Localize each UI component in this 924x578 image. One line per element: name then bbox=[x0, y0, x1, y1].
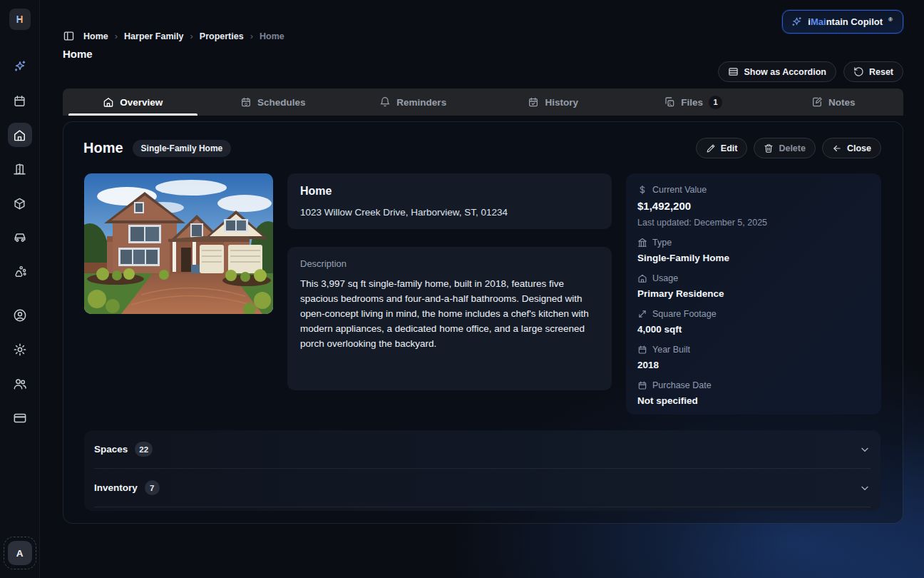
sidebar-nav-secondary bbox=[8, 303, 32, 430]
property-name: Home bbox=[300, 185, 599, 198]
bell-icon bbox=[379, 96, 391, 108]
calendar-icon bbox=[13, 94, 26, 108]
close-label: Close bbox=[847, 143, 871, 153]
reset-button[interactable]: Reset bbox=[843, 61, 903, 82]
tab-label: Files bbox=[681, 97, 703, 108]
tab-overview[interactable]: Overview bbox=[63, 88, 203, 116]
detail-value: 2018 bbox=[637, 360, 870, 370]
expand-diagonal-icon bbox=[637, 309, 647, 319]
breadcrumb-properties[interactable]: Properties bbox=[200, 31, 244, 41]
tab-label: Reminders bbox=[396, 97, 446, 108]
inventory-count-badge: 7 bbox=[145, 480, 160, 495]
detail-label-text: Current Value bbox=[652, 185, 707, 195]
breadcrumb: Home › Harper Family › Properties › Home bbox=[63, 30, 284, 42]
detail-label-text: Usage bbox=[652, 273, 678, 283]
spaces-count-badge: 22 bbox=[135, 442, 153, 457]
tab-history[interactable]: History bbox=[483, 88, 624, 116]
detail-note: Last updated: December 5, 2025 bbox=[637, 218, 870, 228]
breadcrumb-family[interactable]: Harper Family bbox=[124, 31, 183, 41]
sidebar-item-rooms[interactable] bbox=[8, 157, 32, 181]
detail-year-built: Year Built 2018 bbox=[637, 345, 870, 370]
rows-icon bbox=[728, 66, 739, 77]
home-icon bbox=[103, 96, 114, 108]
breadcrumb-home[interactable]: Home bbox=[83, 31, 108, 41]
sidebar-item-members[interactable] bbox=[8, 372, 32, 396]
trash-icon bbox=[764, 143, 774, 153]
dollar-icon bbox=[637, 185, 647, 195]
detail-value: Not specified bbox=[637, 395, 870, 406]
detail-usage: Usage Primary Residence bbox=[637, 273, 870, 299]
chevron-down-icon bbox=[859, 444, 871, 455]
detail-purchase-date: Purchase Date Not specified bbox=[637, 380, 870, 406]
detail-label-text: Square Footage bbox=[652, 309, 717, 319]
property-type-badge: Single-Family Home bbox=[133, 140, 232, 157]
home-icon bbox=[637, 273, 647, 283]
tab-label: Schedules bbox=[257, 97, 306, 108]
delete-button[interactable]: Delete bbox=[754, 138, 816, 158]
tab-files[interactable]: Files 1 bbox=[623, 88, 764, 116]
panel-left-icon[interactable] bbox=[63, 30, 75, 42]
sidebar-item-profile[interactable] bbox=[8, 303, 32, 328]
property-info-column: Home 1023 Willow Creek Drive, Harborview… bbox=[287, 173, 612, 415]
registered-mark: ® bbox=[888, 16, 893, 23]
sidebar-item-calendar[interactable] bbox=[8, 88, 32, 113]
show-as-accordion-button[interactable]: Show as Accordion bbox=[718, 61, 836, 82]
users-icon bbox=[13, 377, 27, 391]
property-actions: Edit Delete Close bbox=[696, 138, 881, 158]
arrow-left-icon bbox=[832, 143, 842, 153]
inventory-label: Inventory bbox=[94, 482, 138, 493]
user-avatar-wrap: A bbox=[4, 537, 36, 569]
close-button[interactable]: Close bbox=[822, 138, 881, 158]
app-logo[interactable]: H bbox=[9, 9, 31, 30]
breadcrumb-separator: › bbox=[115, 31, 118, 41]
calendar-icon bbox=[637, 345, 647, 355]
property-name-card: Home 1023 Willow Creek Drive, Harborview… bbox=[287, 173, 612, 229]
credit-card-icon bbox=[13, 411, 27, 425]
overview-panel: Home Single-Family Home Edit Delete Cl bbox=[63, 121, 903, 524]
property-details-panel: Current Value $1,492,200 Last updated: D… bbox=[626, 173, 881, 415]
calendar-icon bbox=[637, 380, 647, 390]
detail-value: $1,492,200 bbox=[637, 200, 870, 212]
detail-square-footage: Square Footage 4,000 sqft bbox=[637, 309, 870, 335]
sidebar-nav-primary bbox=[8, 54, 32, 284]
copilot-label: iMaintain Copilot bbox=[808, 16, 883, 27]
package-icon bbox=[13, 197, 26, 211]
sidebar-item-vehicles[interactable] bbox=[8, 225, 32, 250]
files-icon bbox=[664, 96, 675, 108]
notebook-pen-icon bbox=[811, 96, 823, 108]
sidebar-item-copilot[interactable] bbox=[8, 54, 32, 78]
spaces-accordion[interactable]: Spaces 22 bbox=[94, 430, 871, 469]
tab-label: Overview bbox=[120, 97, 163, 108]
accordion-label: Show as Accordion bbox=[744, 67, 826, 77]
description-text: This 3,997 sq ft single-family home, bui… bbox=[300, 277, 599, 352]
edit-label: Edit bbox=[721, 143, 738, 153]
property-header: Home Single-Family Home Edit Delete Cl bbox=[83, 138, 881, 158]
edit-button[interactable]: Edit bbox=[696, 138, 748, 158]
sidebar-item-settings[interactable] bbox=[8, 338, 32, 362]
spaces-label: Spaces bbox=[94, 444, 128, 455]
detail-type: Type Single-Family Home bbox=[637, 238, 870, 263]
tab-reminders[interactable]: Reminders bbox=[343, 88, 483, 116]
gear-icon bbox=[13, 343, 27, 357]
user-circle-icon bbox=[13, 308, 27, 323]
avatar[interactable]: A bbox=[8, 541, 32, 565]
calendar-check-icon bbox=[528, 96, 539, 108]
tab-schedules[interactable]: Schedules bbox=[203, 88, 344, 116]
detail-label-text: Purchase Date bbox=[652, 380, 712, 390]
calendar-sync-icon bbox=[240, 96, 252, 108]
copilot-button[interactable]: iMaintain Copilot® bbox=[782, 10, 903, 34]
breadcrumb-separator: › bbox=[190, 31, 192, 41]
breadcrumb-current: Home bbox=[260, 31, 284, 41]
sidebar-item-billing[interactable] bbox=[8, 406, 32, 430]
inventory-accordion[interactable]: Inventory 7 bbox=[94, 469, 871, 507]
paw-icon bbox=[13, 265, 27, 279]
sidebar-item-pets[interactable] bbox=[8, 260, 32, 284]
tab-notes[interactable]: Notes bbox=[764, 88, 904, 116]
sidebar-item-inventory[interactable] bbox=[8, 191, 32, 216]
property-address: 1023 Willow Creek Drive, Harborview, ST,… bbox=[300, 207, 599, 218]
home-icon bbox=[13, 128, 26, 142]
sidebar-item-properties[interactable] bbox=[8, 123, 32, 147]
property-photo bbox=[84, 173, 273, 314]
detail-value: Single-Family Home bbox=[637, 253, 870, 263]
door-open-icon bbox=[13, 163, 26, 176]
